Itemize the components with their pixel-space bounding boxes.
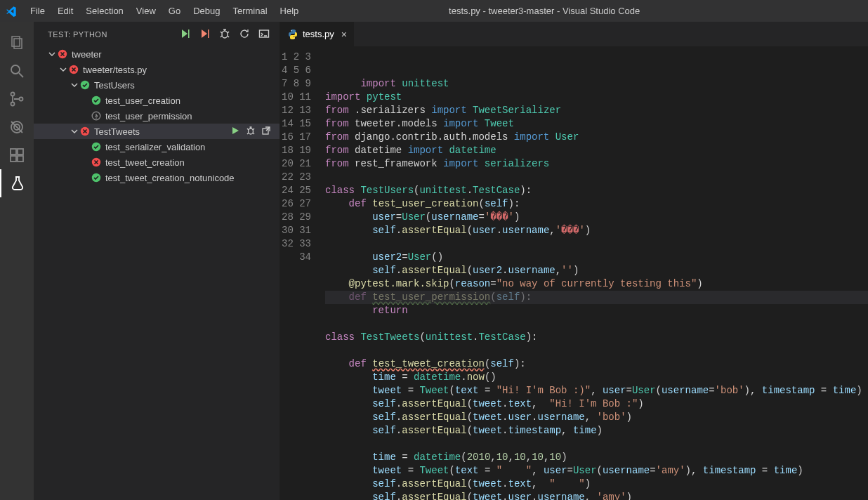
svg-rect-11: [18, 156, 23, 162]
svg-point-15: [222, 31, 228, 38]
window-title: tests.py - tweeter3-master - Visual Stud…: [305, 6, 868, 16]
activity-test-icon[interactable]: [0, 169, 34, 197]
tree-label: test_tweet_creation: [105, 157, 185, 168]
tree-label: test_user_permission: [105, 111, 192, 121]
svg-rect-12: [18, 149, 23, 154]
menu-item-debug[interactable]: Debug: [187, 6, 226, 16]
current-line-highlight: [325, 291, 868, 304]
menu-item-go[interactable]: Go: [162, 6, 187, 16]
twisty-icon[interactable]: [70, 128, 79, 135]
svg-rect-14: [208, 29, 209, 38]
title-bar: FileEditSelectionViewGoDebugTerminalHelp…: [0, 0, 868, 22]
sidebar-header: TEST: PYTHON: [34, 22, 280, 46]
tree-row[interactable]: test_serializer_validation: [34, 139, 280, 154]
menu-item-terminal[interactable]: Terminal: [226, 6, 273, 16]
svg-point-22: [96, 118, 97, 119]
python-file-icon: [287, 29, 298, 40]
run-all-tests-icon[interactable]: [180, 28, 191, 41]
svg-line-3: [19, 73, 23, 77]
tree-label: test_tweet_creation_notunicode: [105, 173, 235, 183]
tree-label: TestUsers: [94, 80, 135, 91]
show-output-icon[interactable]: [258, 28, 270, 41]
menu-item-selection[interactable]: Selection: [79, 6, 129, 16]
svg-point-6: [20, 98, 23, 101]
twisty-icon[interactable]: [70, 81, 79, 88]
vscode-logo-icon: [6, 6, 17, 17]
tab-close-icon[interactable]: ×: [341, 29, 347, 40]
sidebar: TEST: PYTHON tweetertweeter/tests.pyTest…: [34, 22, 280, 500]
editor-code[interactable]: import unittest import pytest from .seri…: [325, 46, 868, 500]
run-test-icon[interactable]: [230, 126, 240, 138]
activity-bar: [0, 22, 34, 500]
svg-point-4: [11, 93, 15, 96]
twisty-icon[interactable]: [48, 51, 56, 58]
activity-search-icon[interactable]: [0, 57, 34, 85]
svg-point-30: [294, 37, 294, 38]
activity-debug-icon[interactable]: [0, 113, 34, 141]
menu-item-view[interactable]: View: [130, 6, 162, 16]
activity-scm-icon[interactable]: [0, 85, 34, 113]
status-fail-icon: [58, 49, 67, 59]
tree-row[interactable]: test_tweet_creation: [34, 154, 280, 170]
status-pass-icon: [80, 80, 90, 90]
menu-item-edit[interactable]: Edit: [51, 6, 79, 16]
tree-row[interactable]: test_user_permission: [34, 108, 280, 124]
status-fail-icon: [80, 126, 90, 136]
status-fail-icon: [69, 65, 79, 74]
tree-label: test_serializer_validation: [105, 142, 205, 152]
tree-label: TestTweets: [94, 126, 140, 137]
tree-row[interactable]: tweeter/tests.py: [34, 62, 280, 77]
editor-tabs: tests.py ×: [280, 22, 868, 46]
tree-label: test_user_creation: [105, 96, 180, 106]
tree-row[interactable]: tweeter: [34, 46, 280, 62]
svg-point-24: [249, 129, 254, 134]
debug-test-icon[interactable]: [246, 126, 256, 138]
twisty-icon[interactable]: [59, 66, 67, 73]
tab-label: tests.py: [303, 29, 334, 39]
svg-rect-0: [12, 37, 20, 46]
tree-row[interactable]: test_user_creation: [34, 93, 280, 108]
menu-item-help[interactable]: Help: [274, 6, 305, 16]
open-test-icon[interactable]: [261, 126, 271, 138]
svg-point-29: [291, 30, 291, 31]
status-skip-icon: [91, 111, 101, 121]
tree-label: tweeter/tests.py: [83, 65, 147, 75]
status-pass-icon: [91, 96, 101, 105]
menu-bar: FileEditSelectionViewGoDebugTerminalHelp: [24, 6, 305, 16]
tab-tests-py[interactable]: tests.py ×: [280, 22, 355, 46]
sidebar-title: TEST: PYTHON: [48, 30, 107, 39]
editor-gutter: 1 2 3 4 5 6 7 8 9 10 11 12 13 14 15 16 1…: [280, 46, 325, 500]
tree-row[interactable]: TestUsers: [34, 77, 280, 93]
svg-point-2: [11, 65, 20, 74]
editor-area: tests.py × 1 2 3 4 5 6 7 8 9 10 11 12 13…: [280, 22, 868, 500]
svg-rect-10: [11, 156, 16, 162]
refresh-icon[interactable]: [239, 28, 250, 41]
tree-row[interactable]: TestTweets: [34, 124, 280, 139]
activity-explorer-icon[interactable]: [0, 29, 34, 57]
status-pass-icon: [91, 142, 101, 152]
debug-tests-icon[interactable]: [219, 28, 230, 41]
svg-point-5: [11, 103, 15, 106]
test-tree[interactable]: tweetertweeter/tests.pyTestUserstest_use…: [34, 46, 280, 500]
svg-rect-13: [188, 29, 190, 38]
tree-label: tweeter: [72, 49, 102, 60]
run-failed-tests-icon[interactable]: [199, 28, 211, 41]
status-fail-icon: [91, 157, 101, 167]
tree-row[interactable]: test_tweet_creation_notunicode: [34, 170, 280, 185]
status-pass-icon: [91, 173, 101, 183]
svg-rect-9: [11, 149, 16, 154]
menu-item-file[interactable]: File: [24, 6, 51, 16]
activity-extensions-icon[interactable]: [0, 141, 34, 169]
svg-rect-1: [14, 39, 22, 48]
